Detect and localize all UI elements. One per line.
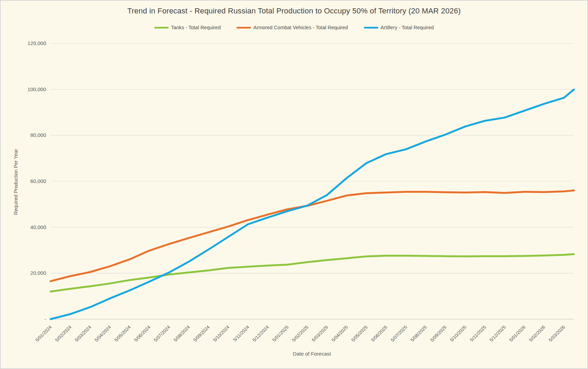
x-tick-label: 5/08/2024 [172, 324, 191, 343]
y-tick-label: - [44, 316, 46, 322]
x-tick-label: 5/05/2024 [113, 324, 132, 343]
x-tick-label: 5/07/2025 [390, 325, 408, 343]
x-tick-label: 5/01/2026 [508, 325, 526, 343]
x-tick-label: 5/12/2025 [489, 325, 507, 343]
y-tick-label: 20,000 [30, 270, 46, 276]
x-tick-label: 5/01/2024 [34, 324, 53, 343]
x-tick-label: 5/10/2025 [449, 325, 467, 343]
x-tick-label: 5/12/2024 [252, 324, 270, 343]
x-tick-label: 5/10/2024 [212, 324, 230, 343]
y-tick-label: 40,000 [30, 224, 46, 230]
x-tick-label: 5/06/2025 [370, 325, 388, 343]
plot-area: -20,00040,00060,00080,000100,000120,0005… [1, 1, 587, 368]
x-tick-label: 5/08/2025 [410, 325, 428, 343]
x-tick-label: 5/05/2025 [350, 325, 369, 343]
x-tick-label: 5/04/2024 [94, 324, 112, 343]
x-tick-label: 5/02/2026 [528, 325, 546, 343]
x-tick-label: 5/03/2026 [548, 325, 566, 343]
x-axis-title: Date of Forecast [36, 351, 587, 357]
x-tick-label: 5/07/2024 [153, 324, 171, 343]
y-tick-label: 120,000 [28, 40, 46, 46]
chart-container: Trend in Forecast - Required Russian Tot… [0, 0, 588, 369]
x-tick-label: 5/11/2024 [232, 324, 250, 343]
series-line-armored [51, 191, 574, 281]
x-tick-label: 5/11/2025 [469, 325, 487, 343]
x-tick-label: 5/02/2024 [54, 324, 72, 343]
x-tick-label: 5/03/2025 [311, 325, 329, 343]
x-tick-label: 5/09/2025 [429, 325, 448, 343]
x-tick-label: 5/06/2024 [133, 324, 151, 343]
y-tick-label: 100,000 [28, 86, 46, 92]
x-tick-label: 5/04/2025 [330, 325, 349, 343]
x-tick-label: 5/09/2024 [192, 324, 211, 343]
y-tick-label: 60,000 [30, 178, 46, 184]
x-tick-label: 5/01/2025 [271, 325, 290, 343]
x-tick-label: 5/02/2025 [291, 325, 309, 343]
x-tick-label: 5/03/2024 [74, 324, 92, 343]
y-tick-label: 80,000 [30, 132, 46, 138]
